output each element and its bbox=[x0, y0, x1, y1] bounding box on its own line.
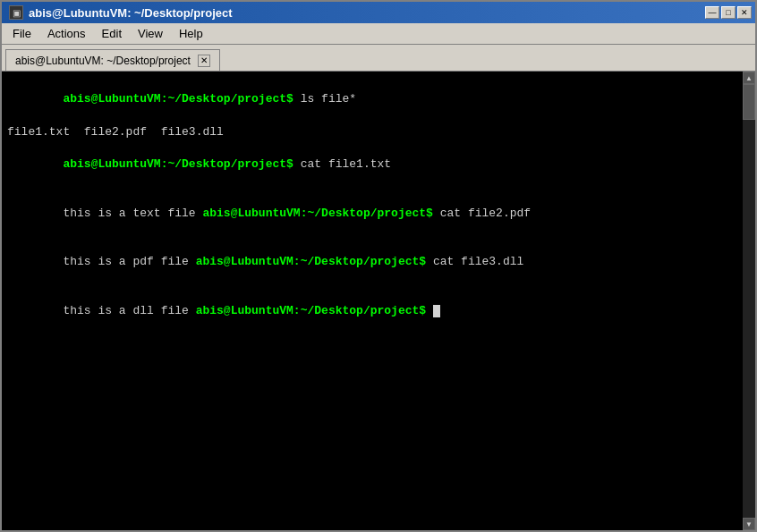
cmd-6 bbox=[426, 304, 433, 317]
terminal-wrapper: abis@LubuntuVM:~/Desktop/project$ ls fil… bbox=[2, 72, 755, 530]
maximize-button[interactable]: □ bbox=[721, 6, 736, 19]
output-5: this is a pdf file bbox=[63, 255, 195, 268]
terminal-cursor bbox=[433, 305, 440, 317]
title-bar-buttons: — □ ✕ bbox=[705, 6, 752, 19]
output-6: this is a dll file bbox=[63, 304, 195, 317]
scrollbar-thumb[interactable] bbox=[743, 84, 755, 120]
prompt-1: abis@LubuntuVM:~/Desktop/project$ bbox=[63, 92, 293, 106]
prompt-4: abis@LubuntuVM:~/Desktop/project$ bbox=[202, 207, 432, 220]
terminal-window: ▣ abis@LubuntuVM: ~/Desktop/project — □ … bbox=[0, 0, 757, 532]
prompt-3: abis@LubuntuVM:~/Desktop/project$ bbox=[63, 157, 293, 171]
cmd-3: cat file1.txt bbox=[293, 157, 391, 171]
prompt-6: abis@LubuntuVM:~/Desktop/project$ bbox=[196, 304, 426, 317]
terminal-line-3: abis@LubuntuVM:~/Desktop/project$ cat fi… bbox=[7, 140, 737, 190]
menu-edit[interactable]: Edit bbox=[95, 25, 129, 43]
minimize-button[interactable]: — bbox=[705, 6, 719, 19]
cmd-4: cat file2.pdf bbox=[433, 207, 531, 220]
terminal-content[interactable]: abis@LubuntuVM:~/Desktop/project$ ls fil… bbox=[2, 72, 743, 530]
window-icon: ▣ bbox=[9, 5, 23, 20]
menu-help[interactable]: Help bbox=[172, 25, 210, 43]
cmd-5: cat file3.dll bbox=[426, 255, 523, 268]
terminal-tab[interactable]: abis@LubuntuVM: ~/Desktop/project ✕ bbox=[5, 49, 220, 71]
window-title: abis@LubuntuVM: ~/Desktop/project bbox=[29, 6, 233, 20]
terminal-line-2: file1.txt file2.pdf file3.dll bbox=[7, 124, 737, 140]
menu-file[interactable]: File bbox=[5, 25, 38, 43]
title-bar: ▣ abis@LubuntuVM: ~/Desktop/project — □ … bbox=[2, 2, 755, 23]
scrollbar-down-button[interactable]: ▼ bbox=[743, 518, 755, 530]
title-bar-left: ▣ abis@LubuntuVM: ~/Desktop/project bbox=[9, 5, 233, 20]
terminal-line-4: this is a text file abis@LubuntuVM:~/Des… bbox=[7, 189, 737, 238]
scrollbar-track[interactable] bbox=[743, 84, 755, 518]
terminal-line-6: this is a dll file abis@LubuntuVM:~/Desk… bbox=[7, 286, 737, 335]
tab-close-button[interactable]: ✕ bbox=[198, 55, 210, 67]
output-4: this is a text file bbox=[63, 207, 202, 220]
menu-actions[interactable]: Actions bbox=[40, 25, 93, 43]
terminal-line-5: this is a pdf file abis@LubuntuVM:~/Desk… bbox=[7, 238, 737, 287]
prompt-5: abis@LubuntuVM:~/Desktop/project$ bbox=[196, 255, 426, 268]
menu-bar: File Actions Edit View Help bbox=[2, 23, 755, 45]
terminal-line-1: abis@LubuntuVM:~/Desktop/project$ ls fil… bbox=[7, 75, 737, 124]
scrollbar-up-button[interactable]: ▲ bbox=[743, 72, 755, 84]
cmd-1: ls file* bbox=[293, 92, 356, 106]
close-button[interactable]: ✕ bbox=[737, 6, 752, 19]
scrollbar: ▲ ▼ bbox=[743, 72, 755, 530]
menu-view[interactable]: View bbox=[131, 25, 170, 43]
tab-label: abis@LubuntuVM: ~/Desktop/project bbox=[15, 55, 191, 67]
tab-bar: abis@LubuntuVM: ~/Desktop/project ✕ bbox=[2, 45, 755, 72]
